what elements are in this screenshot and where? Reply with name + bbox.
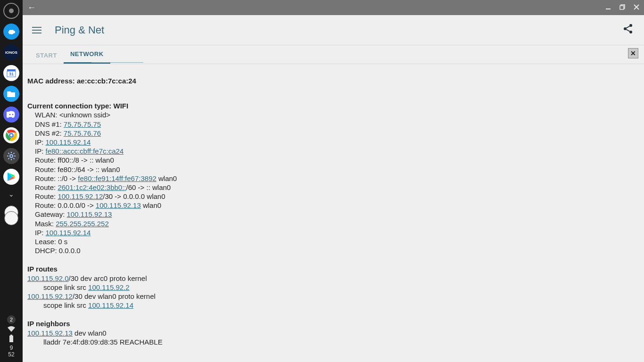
svg-line-16 bbox=[14, 153, 15, 154]
shelf-app-calendar[interactable]: 31 bbox=[3, 65, 19, 81]
route-4-post: /60 -> :: wlan0 bbox=[126, 183, 171, 191]
system-tray[interactable]: 2 9 52 bbox=[7, 315, 16, 362]
svg-rect-21 bbox=[620, 6, 624, 9]
ip-a-label: IP: bbox=[35, 138, 46, 146]
route-4-pre: Route: bbox=[35, 183, 58, 191]
window-titlebar: ← bbox=[23, 0, 644, 15]
close-button[interactable] bbox=[634, 4, 639, 11]
conn-type-value: WIFI bbox=[114, 102, 129, 110]
shelf-app-play[interactable] bbox=[3, 169, 19, 185]
wlan-label: WLAN: bbox=[35, 111, 59, 119]
dns2-label: DNS #2: bbox=[35, 129, 64, 137]
tab-bar: START NETWORK ✕ bbox=[23, 45, 644, 64]
gateway-label: Gateway: bbox=[35, 210, 67, 218]
shelf-app-ionos[interactable]: IONOS bbox=[3, 44, 19, 60]
route-4-link[interactable]: 2601:1c2:4e02:3bb0:: bbox=[58, 183, 126, 191]
back-button[interactable]: ← bbox=[27, 3, 36, 13]
svg-point-4 bbox=[12, 114, 14, 115]
dns1-link[interactable]: 75.75.75.75 bbox=[64, 120, 101, 128]
ip-a-link[interactable]: 100.115.92.14 bbox=[46, 138, 91, 146]
share-button[interactable] bbox=[622, 23, 634, 37]
svg-rect-19 bbox=[606, 8, 611, 9]
lease: Lease: 0 s bbox=[27, 237, 639, 246]
clock: 9 52 bbox=[8, 345, 14, 358]
iproute1b-link[interactable]: 100.115.92.2 bbox=[88, 283, 130, 291]
svg-line-13 bbox=[8, 153, 9, 154]
ip-b-link[interactable]: fe80::accc:cbff:fe7c:ca24 bbox=[46, 147, 124, 155]
neigh1-post: dev wlan0 bbox=[73, 329, 107, 337]
svg-rect-0 bbox=[7, 69, 16, 71]
shelf-app-settings[interactable] bbox=[3, 148, 19, 164]
minimize-button[interactable] bbox=[605, 4, 611, 11]
route-5-link[interactable]: 100.115.92.12 bbox=[58, 192, 103, 200]
wifi-icon bbox=[8, 326, 15, 333]
svg-rect-24 bbox=[32, 27, 41, 28]
shelf-app-salesforce[interactable] bbox=[3, 24, 19, 40]
iproute2b-pre: scope link src bbox=[43, 301, 88, 309]
ip-c-link[interactable]: 100.115.92.14 bbox=[46, 229, 91, 237]
shelf-overflow-icon[interactable]: ⌄ bbox=[8, 190, 14, 198]
shelf-app-chrome[interactable] bbox=[3, 127, 19, 143]
wlan-ssid: <unknown ssid> bbox=[59, 111, 110, 119]
svg-line-14 bbox=[14, 158, 15, 159]
neigh1-lladdr: lladdr 7e:4f:d8:09:d8:35 REACHABLE bbox=[27, 337, 639, 346]
svg-point-27 bbox=[629, 24, 632, 27]
iproute2b-link[interactable]: 100.115.92.14 bbox=[88, 301, 133, 309]
ip-routes-header: IP routes bbox=[27, 265, 58, 273]
tab-underline bbox=[91, 62, 143, 63]
mask-link[interactable]: 255.255.255.252 bbox=[56, 220, 109, 228]
notification-count[interactable]: 2 bbox=[7, 315, 16, 324]
svg-rect-18 bbox=[9, 336, 13, 342]
route-3-link[interactable]: fe80::fe91:14ff:fe67:3892 bbox=[78, 174, 157, 182]
app-window: ← Ping & Net START NETWORK ✕ MAC add bbox=[23, 0, 644, 362]
dns1-label: DNS #1: bbox=[35, 120, 64, 128]
iproute1-link[interactable]: 100.115.92.0 bbox=[27, 274, 69, 282]
shelf-app-stack[interactable] bbox=[3, 206, 19, 224]
tab-start[interactable]: START bbox=[29, 46, 64, 64]
iproute2-link[interactable]: 100.115.92.12 bbox=[27, 292, 73, 300]
mac-value: ae:cc:cb:7c:ca:24 bbox=[77, 77, 136, 85]
route-6-pre: Route: 0.0.0.0/0 -> bbox=[35, 201, 96, 209]
launcher-button[interactable] bbox=[3, 3, 19, 19]
network-content: MAC address: ae:cc:cb:7c:ca:24 Current c… bbox=[23, 64, 644, 351]
clock-minute: 52 bbox=[8, 352, 14, 358]
iproute1b-pre: scope link src bbox=[43, 283, 88, 291]
route-1: Route: ff00::/8 -> :: wlan0 bbox=[27, 156, 639, 165]
svg-point-7 bbox=[10, 134, 13, 137]
route-5-pre: Route: bbox=[35, 192, 58, 200]
svg-line-31 bbox=[627, 29, 630, 31]
clock-hour: 9 bbox=[8, 345, 14, 352]
svg-point-29 bbox=[629, 31, 632, 33]
svg-point-28 bbox=[624, 27, 627, 30]
conn-type-label: Current connection type: bbox=[27, 102, 114, 110]
iproute2-post: /30 dev wlan0 proto kernel bbox=[73, 292, 156, 300]
ip-b-label: IP: bbox=[35, 147, 46, 155]
svg-line-15 bbox=[8, 158, 9, 159]
dhcp: DHCP: 0.0.0.0 bbox=[27, 246, 639, 255]
route-5-post: /30 -> 0.0.0.0 wlan0 bbox=[103, 192, 165, 200]
dns2-link[interactable]: 75.75.76.76 bbox=[64, 129, 101, 137]
iproute1-post: /30 dev arc0 proto kernel bbox=[69, 274, 147, 282]
shelf-app-discord[interactable] bbox=[3, 107, 19, 123]
svg-point-8 bbox=[10, 155, 13, 157]
ip-c-label: IP: bbox=[35, 229, 46, 237]
mask-label: Mask: bbox=[35, 220, 56, 228]
neigh1-link[interactable]: 100.115.92.13 bbox=[27, 329, 73, 337]
svg-point-3 bbox=[9, 114, 11, 115]
tab-network[interactable]: NETWORK bbox=[64, 45, 110, 64]
os-shelf: IONOS 31 ⌄ 2 9 52 bbox=[0, 0, 23, 362]
route-3-post: wlan0 bbox=[157, 174, 177, 182]
restore-button[interactable] bbox=[619, 4, 625, 11]
panel-close-button[interactable]: ✕ bbox=[628, 48, 638, 58]
app-bar: Ping & Net bbox=[23, 15, 644, 45]
gateway-link[interactable]: 100.115.92.13 bbox=[67, 210, 112, 218]
ip-neighbors-header: IP neighbors bbox=[27, 320, 70, 328]
shelf-app-files[interactable] bbox=[3, 86, 19, 102]
route-6-link[interactable]: 100.115.92.13 bbox=[96, 201, 141, 209]
battery-icon bbox=[9, 335, 14, 343]
hamburger-menu-icon[interactable] bbox=[32, 24, 41, 36]
svg-text:31: 31 bbox=[9, 72, 14, 76]
svg-rect-25 bbox=[32, 30, 41, 31]
app-title: Ping & Net bbox=[55, 24, 104, 36]
route-6-post: wlan0 bbox=[141, 201, 161, 209]
